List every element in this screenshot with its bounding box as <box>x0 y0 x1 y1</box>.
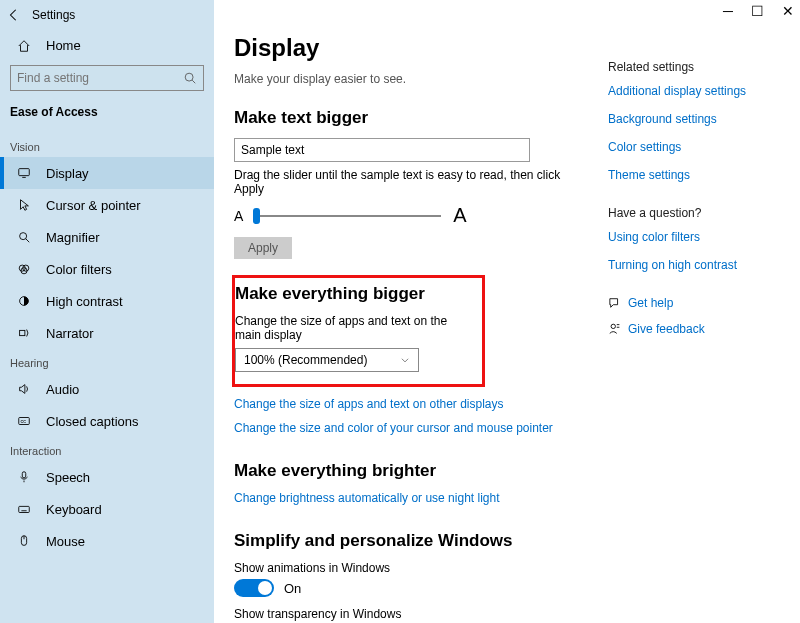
sample-text-input[interactable] <box>234 138 530 162</box>
related-heading: Related settings <box>608 60 778 74</box>
app-title: Settings <box>28 8 75 22</box>
svg-line-1 <box>192 80 195 83</box>
get-help-link[interactable]: Get help <box>608 296 778 310</box>
section-bigger-heading: Make everything bigger <box>235 284 472 304</box>
related-link[interactable]: Color settings <box>608 140 778 154</box>
magnifier-icon <box>16 230 32 244</box>
link-cursor-size[interactable]: Change the size and color of your cursor… <box>234 421 584 435</box>
svg-rect-2 <box>19 169 30 176</box>
sidebar: Settings Home Ease of Access VisionDispl… <box>0 0 214 623</box>
slider-thumb[interactable] <box>253 208 260 224</box>
sidebar-item-label: Speech <box>46 470 90 485</box>
animations-label: Show animations in Windows <box>234 561 584 575</box>
search-icon <box>183 71 197 85</box>
close-button[interactable]: ✕ <box>782 4 794 18</box>
nav-group-label: Vision <box>0 133 214 157</box>
mouse-icon <box>16 534 32 548</box>
section-text-heading: Make text bigger <box>234 108 584 128</box>
keyboard-icon <box>16 502 32 516</box>
audio-icon <box>16 382 32 396</box>
scale-dropdown[interactable]: 100% (Recommended) <box>235 348 419 372</box>
maximize-button[interactable]: ☐ <box>751 4 764 18</box>
svg-point-0 <box>185 73 193 81</box>
svg-text:cc: cc <box>21 418 27 424</box>
sidebar-item-label: Keyboard <box>46 502 102 517</box>
svg-rect-10 <box>20 330 25 335</box>
svg-point-20 <box>611 324 615 328</box>
svg-point-4 <box>20 233 27 240</box>
narrator-icon <box>16 326 32 340</box>
related-link[interactable]: Background settings <box>608 112 778 126</box>
link-brightness[interactable]: Change brightness automatically or use n… <box>234 491 584 505</box>
sidebar-item-cursor[interactable]: Cursor & pointer <box>0 189 214 221</box>
home-button[interactable]: Home <box>0 34 214 57</box>
svg-line-5 <box>26 239 30 243</box>
animations-value: On <box>284 581 301 596</box>
chevron-down-icon <box>400 355 410 365</box>
question-heading: Have a question? <box>608 206 778 220</box>
page-label: Ease of Access <box>0 99 214 133</box>
highlighted-section: Make everything bigger Change the size o… <box>232 275 485 387</box>
a-small-icon: A <box>234 208 243 224</box>
sidebar-item-label: Audio <box>46 382 79 397</box>
page-subtitle: Make your display easier to see. <box>234 72 584 86</box>
apply-button[interactable]: Apply <box>234 237 292 259</box>
sidebar-item-label: High contrast <box>46 294 123 309</box>
sidebar-item-magnifier[interactable]: Magnifier <box>0 221 214 253</box>
related-link[interactable]: Theme settings <box>608 168 778 182</box>
sidebar-item-label: Color filters <box>46 262 112 277</box>
svg-rect-14 <box>19 506 30 512</box>
sidebar-item-label: Closed captions <box>46 414 139 429</box>
nav-group-label: Hearing <box>0 349 214 373</box>
sidebar-item-speech[interactable]: Speech <box>0 461 214 493</box>
sidebar-item-label: Display <box>46 166 89 181</box>
animations-toggle[interactable] <box>234 579 274 597</box>
sidebar-item-label: Magnifier <box>46 230 99 245</box>
sidebar-item-label: Cursor & pointer <box>46 198 141 213</box>
question-link[interactable]: Using color filters <box>608 230 778 244</box>
main-panel: ─ ☐ ✕ Display Make your display easier t… <box>214 0 800 623</box>
scale-label: Change the size of apps and text on the … <box>235 314 472 342</box>
speech-icon <box>16 470 32 484</box>
search-field[interactable] <box>17 71 183 85</box>
feedback-icon <box>608 322 628 336</box>
section-brighter-heading: Make everything brighter <box>234 461 584 481</box>
minimize-button[interactable]: ─ <box>723 4 733 18</box>
sidebar-item-audio[interactable]: Audio <box>0 373 214 405</box>
link-other-displays[interactable]: Change the size of apps and text on othe… <box>234 397 584 411</box>
sidebar-item-captions[interactable]: ccClosed captions <box>0 405 214 437</box>
page-title: Display <box>234 34 584 62</box>
nav-group-label: Interaction <box>0 437 214 461</box>
feedback-link[interactable]: Give feedback <box>608 322 778 336</box>
captions-icon: cc <box>16 414 32 428</box>
sidebar-item-highcontrast[interactable]: High contrast <box>0 285 214 317</box>
sidebar-item-label: Narrator <box>46 326 94 341</box>
highcontrast-icon <box>16 294 32 308</box>
sidebar-item-keyboard[interactable]: Keyboard <box>0 493 214 525</box>
sidebar-item-mouse[interactable]: Mouse <box>0 525 214 557</box>
search-input[interactable] <box>10 65 204 91</box>
related-link[interactable]: Additional display settings <box>608 84 778 98</box>
section-simplify-heading: Simplify and personalize Windows <box>234 531 584 551</box>
help-icon <box>608 297 628 309</box>
a-big-icon: A <box>453 204 466 227</box>
cursor-icon <box>16 198 32 212</box>
back-icon[interactable] <box>0 8 28 22</box>
display-icon <box>16 166 32 180</box>
sidebar-item-display[interactable]: Display <box>0 157 214 189</box>
slider-hint: Drag the slider until the sample text is… <box>234 168 584 196</box>
question-link[interactable]: Turning on high contrast <box>608 258 778 272</box>
colorfilters-icon <box>16 262 32 276</box>
home-icon <box>16 39 32 53</box>
text-size-slider[interactable] <box>253 215 441 217</box>
home-label: Home <box>46 38 81 53</box>
sidebar-item-colorfilters[interactable]: Color filters <box>0 253 214 285</box>
svg-rect-13 <box>22 472 26 478</box>
sidebar-item-narrator[interactable]: Narrator <box>0 317 214 349</box>
transparency-label: Show transparency in Windows <box>234 607 584 621</box>
dropdown-value: 100% (Recommended) <box>244 353 367 367</box>
sidebar-item-label: Mouse <box>46 534 85 549</box>
